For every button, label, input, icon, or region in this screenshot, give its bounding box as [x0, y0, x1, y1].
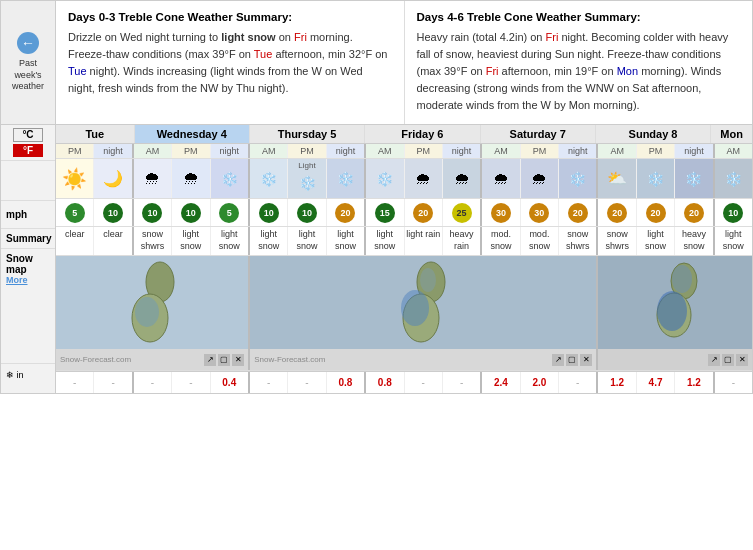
thu-header: Thursday 5 [250, 125, 365, 143]
mon-am-summary: light snow [715, 227, 752, 254]
snowmap-3-expand[interactable]: ↗ [708, 354, 720, 366]
wed-pm-icon: 🌨 [172, 159, 210, 198]
sat-am: AM [482, 144, 520, 158]
fahrenheit-button[interactable]: °F [13, 144, 43, 158]
wed-am-summary: snow shwrs [134, 227, 172, 254]
more-link[interactable]: More [6, 275, 50, 285]
mon-am-wind: 10 [715, 199, 752, 226]
summary-text-row: clear clear snow shwrs light snow light … [56, 227, 752, 255]
wind-row: 5 10 10 10 5 10 [56, 199, 752, 227]
thu-night-icon: ❄️ [327, 159, 366, 198]
past-week-button[interactable]: ← Past week's weather [1, 1, 56, 124]
thu-night: night [327, 144, 366, 158]
sat-am-snow: 2.4 [482, 372, 520, 393]
fri-night-snow: - [443, 372, 482, 393]
sun-header: Sunday 8 [596, 125, 711, 143]
wed-night-icon: ❄️ [211, 159, 250, 198]
sun-pm-icon: ❄️ [637, 159, 675, 198]
sat-pm-icon: 🌧 [521, 159, 559, 198]
tue-night-snow: - [94, 372, 133, 393]
snowmap-label: Snow map More [1, 249, 55, 364]
sun-pm-snow: 4.7 [637, 372, 675, 393]
snowmap-1-image [56, 256, 248, 349]
thu-am-snow: - [250, 372, 288, 393]
sat-pm-summary: mod. snow [521, 227, 559, 254]
weather-grid: °C °F mph Summary Snow map More ❄ in [1, 125, 752, 392]
tue-pm-icon: ☀️ [56, 159, 94, 198]
snowmap-1-label: Snow-Forecast.com [60, 355, 131, 364]
snowfall-label: ❄ in [1, 364, 55, 386]
wed-pm-summary: light snow [172, 227, 210, 254]
snowmap-2-expand[interactable]: ↗ [552, 354, 564, 366]
past-week-label: Past week's weather [5, 58, 51, 93]
tue-night-summary: clear [94, 227, 133, 254]
tue-pm-snow: - [56, 372, 94, 393]
past-week-arrow-icon: ← [17, 32, 39, 54]
data-columns: Tue Wednesday 4 Thursday 5 Friday 6 Satu… [56, 125, 752, 392]
thu-pm-icon: Light ❄️ [288, 159, 326, 198]
fri-pm-snow: - [405, 372, 443, 393]
thu-night-summary: light snow [327, 227, 366, 254]
sat-am-wind: 30 [482, 199, 520, 226]
tue-header: Tue [56, 125, 135, 143]
wed-am: AM [134, 144, 172, 158]
snowmap-2-close[interactable]: ✕ [580, 354, 592, 366]
snowmap-3-controls: ↗ ▢ ✕ [708, 354, 748, 366]
snowmap-group-2: Snow-Forecast.com ↗ ▢ ✕ [250, 256, 598, 370]
sun-night: night [675, 144, 714, 158]
tue-night: night [94, 144, 133, 158]
snowmap-group-3: ↗ ▢ ✕ [598, 256, 752, 370]
sat-pm-snow: 2.0 [521, 372, 559, 393]
snowmap-1-expand[interactable]: ↗ [204, 354, 216, 366]
snowmap-1-close[interactable]: ✕ [232, 354, 244, 366]
days46-title: Days 4-6 Treble Cone Weather Summary: [417, 11, 741, 23]
celsius-button[interactable]: °C [13, 128, 43, 142]
snow-map-text: Snow map [6, 253, 50, 275]
sun-am-summary: snow shwrs [598, 227, 636, 254]
snowmap-2-resize[interactable]: ▢ [566, 354, 578, 366]
days03-text: Drizzle on Wed night turning to light sn… [68, 29, 392, 97]
period-headers-row: PM night AM PM night AM PM night AM PM n… [56, 144, 752, 159]
mon-am-snow: - [715, 372, 752, 393]
sat-pm-wind: 30 [521, 199, 559, 226]
snowmap-1-resize[interactable]: ▢ [218, 354, 230, 366]
svg-point-10 [672, 265, 692, 293]
snowmap-3-footer: ↗ ▢ ✕ [598, 349, 752, 370]
mon-am: AM [715, 144, 752, 158]
svg-point-9 [657, 291, 687, 331]
nz-map-3 [648, 261, 703, 343]
thu-am-wind: 10 [250, 199, 288, 226]
fri-night: night [443, 144, 482, 158]
svg-point-6 [420, 268, 436, 292]
icons-row: ☀️ 🌙 🌨 🌨 ❄️ ❄️ Light ❄️ ❄️ ❄️ [56, 159, 752, 199]
wed-night-summary: light snow [211, 227, 250, 254]
day-headers-row: Tue Wednesday 4 Thursday 5 Friday 6 Satu… [56, 125, 752, 144]
fri-night-icon: 🌧 [443, 159, 482, 198]
wed-pm-wind: 10 [172, 199, 210, 226]
sun-night-summary: heavy snow [675, 227, 714, 254]
wed-pm-snow: - [172, 372, 210, 393]
sat-night: night [559, 144, 598, 158]
sun-am-icon: ⛅ [598, 159, 636, 198]
mph-label: mph [1, 201, 55, 229]
snowmap-3-close[interactable]: ✕ [736, 354, 748, 366]
snowmap-3-image [598, 256, 752, 349]
sat-night-icon: ❄️ [559, 159, 598, 198]
fri-am-summary: light snow [366, 227, 404, 254]
summary-section: ← Past week's weather Days 0-3 Treble Co… [1, 1, 752, 125]
fri-am-icon: ❄️ [366, 159, 404, 198]
fri-am: AM [366, 144, 404, 158]
fri-pm-summary: light rain [405, 227, 443, 254]
sat-night-wind: 20 [559, 199, 598, 226]
light-label: Light [298, 161, 315, 170]
thu-night-snow: 0.8 [327, 372, 366, 393]
sun-night-wind: 20 [675, 199, 714, 226]
thu-pm: PM [288, 144, 326, 158]
wed-am-snow: - [134, 372, 172, 393]
wed-am-icon: 🌨 [134, 159, 172, 198]
fri-am-wind: 15 [366, 199, 404, 226]
snowmap-1-footer: Snow-Forecast.com ↗ ▢ ✕ [56, 349, 248, 370]
sun-am-wind: 20 [598, 199, 636, 226]
thu-am-summary: light snow [250, 227, 288, 254]
snowmap-3-resize[interactable]: ▢ [722, 354, 734, 366]
